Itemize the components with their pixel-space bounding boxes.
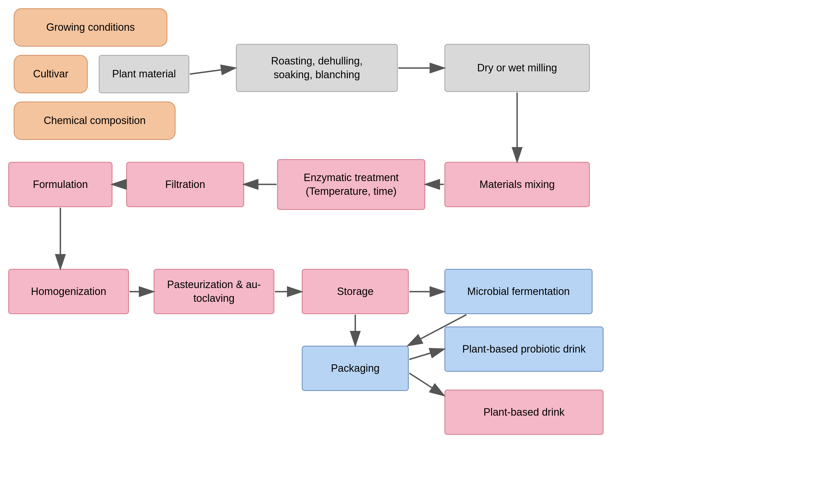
materials-mixing-label: Materials mixing [480,178,555,191]
formulation-label: Formulation [33,178,88,191]
plant-material-label: Plant material [112,67,176,81]
svg-line-14 [409,373,443,395]
homogenization-label: Homogenization [31,285,107,298]
chemical-composition-label: Chemical composition [44,114,146,127]
svg-line-13 [409,349,443,359]
svg-line-1 [190,68,234,74]
chemical-composition-node: Chemical composition [14,102,176,140]
probiotic-drink-label: Plant-based probiotic drink [462,342,586,356]
diagram: Growing conditions Cultivar Chemical com… [0,0,823,504]
formulation-node: Formulation [8,162,113,207]
dry-wet-milling-label: Dry or wet milling [477,61,557,74]
filtration-label: Filtration [165,178,205,191]
enzymatic-treatment-node: Enzymatic treatment(Temperature, time) [277,159,425,210]
packaging-label: Packaging [331,362,379,375]
growing-conditions-label: Growing conditions [46,21,135,34]
plant-based-drink-node: Plant-based drink [445,389,604,435]
packaging-node: Packaging [302,346,409,391]
growing-conditions-node: Growing conditions [14,8,167,47]
roasting-label: Roasting, dehulling,soaking, blanching [271,54,363,81]
enzymatic-treatment-label: Enzymatic treatment(Temperature, time) [304,171,398,198]
plant-based-drink-label: Plant-based drink [483,405,564,419]
plant-material-node: Plant material [99,55,189,93]
homogenization-node: Homogenization [8,269,129,314]
filtration-node: Filtration [126,162,244,207]
pasteurization-label: Pasteurization & au-toclaving [167,278,261,305]
probiotic-drink-node: Plant-based probiotic drink [445,327,604,372]
microbial-fermentation-label: Microbial fermentation [467,285,570,298]
cultivar-label: Cultivar [33,67,68,81]
storage-node: Storage [302,269,409,314]
microbial-fermentation-node: Microbial fermentation [445,269,593,314]
cultivar-node: Cultivar [14,55,88,93]
pasteurization-node: Pasteurization & au-toclaving [154,269,274,314]
materials-mixing-node: Materials mixing [445,162,590,207]
roasting-node: Roasting, dehulling,soaking, blanching [236,44,398,92]
dry-wet-milling-node: Dry or wet milling [445,44,590,92]
storage-label: Storage [337,285,373,298]
